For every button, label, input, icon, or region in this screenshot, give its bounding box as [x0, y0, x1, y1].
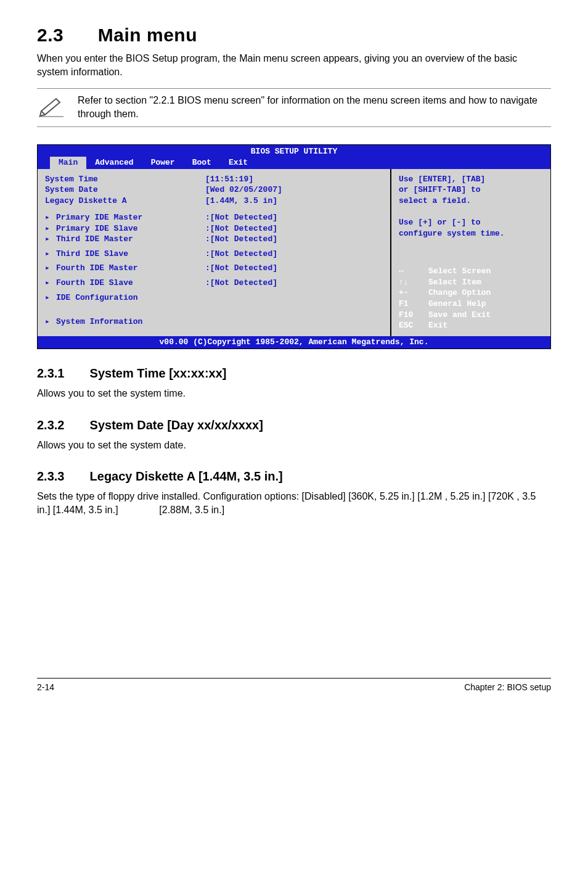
bios-footer: v00.00 (C)Copyright 1985-2002, American … — [38, 336, 550, 349]
subsection-body: Sets the type of floppy drive installed.… — [37, 490, 551, 518]
bios-tabs: Main Advanced Power Boot Exit — [38, 157, 550, 169]
submenu-arrow-icon: ▸ — [45, 234, 56, 245]
section-number: 2.3 — [37, 25, 92, 46]
section-title: Main menu — [98, 25, 197, 45]
submenu-arrow-icon: ▸ — [45, 263, 56, 274]
submenu-arrow-icon: ▸ — [45, 223, 56, 234]
bios-tab-exit[interactable]: Exit — [220, 157, 256, 169]
bios-label: ▸Third IDE Master — [45, 234, 205, 245]
bios-menubar: BIOS SETUP UTILITY Main Advanced Power B… — [38, 145, 550, 169]
bios-label-text: Primary IDE Slave — [56, 224, 138, 233]
bios-label: ▸Primary IDE Slave — [45, 223, 205, 234]
help-key-desc: Select Screen — [428, 266, 491, 277]
subsection-number: 2.3.2 — [37, 418, 86, 432]
bios-tab-boot[interactable]: Boot — [184, 157, 220, 169]
bios-value: [Wed 02/05/2007] — [205, 184, 282, 196]
section-heading: 2.3 Main menu — [37, 25, 551, 46]
submenu-arrow-icon: ▸ — [45, 316, 56, 328]
help-key-desc: Select Item — [428, 277, 481, 288]
note-block: Refer to section "2.2.1 BIOS menu screen… — [37, 88, 551, 127]
section-intro: When you enter the BIOS Setup program, t… — [37, 52, 551, 80]
subsection-body: Allows you to set the system time. — [37, 387, 551, 400]
chapter-label: Chapter 2: BIOS setup — [464, 682, 551, 692]
bios-label: System Time — [45, 174, 205, 185]
bios-row-legacy-diskette[interactable]: Legacy Diskette A [1.44M, 3.5 in] — [45, 196, 383, 207]
bios-tab-advanced[interactable]: Advanced — [86, 157, 142, 169]
help-key: ↑↓ — [399, 277, 428, 288]
subsection-title: Legacy Diskette A [1.44M, 3.5 in.] — [90, 469, 283, 483]
bios-row-system-date[interactable]: System Date [Wed 02/05/2007] — [45, 184, 383, 196]
bios-label: ▸System Information — [45, 316, 205, 328]
bios-label: System Date — [45, 184, 205, 196]
help-key: F10 — [399, 310, 428, 321]
bios-value: :[Not Detected] — [205, 234, 277, 245]
bios-value: :[Not Detected] — [205, 278, 277, 289]
help-key: ESC — [399, 320, 428, 331]
bios-title: BIOS SETUP UTILITY — [38, 145, 550, 157]
bios-help-line: configure system time. — [399, 228, 543, 239]
bios-tab-main[interactable]: Main — [50, 157, 86, 169]
bios-row-fourth-ide-master[interactable]: ▸Fourth IDE Master :[Not Detected] — [45, 263, 383, 274]
bios-row-system-time[interactable]: System Time [11:51:19] — [45, 174, 383, 185]
bios-row-primary-ide-master[interactable]: ▸Primary IDE Master :[Not Detected] — [45, 212, 383, 223]
bios-help-line: Use [+] or [-] to — [399, 217, 543, 228]
bios-row-third-ide-master[interactable]: ▸Third IDE Master :[Not Detected] — [45, 234, 383, 245]
bios-key-help: ↔Select Screen ↑↓Select Item +-Change Op… — [399, 266, 543, 331]
subsection-heading: 2.3.3 Legacy Diskette A [1.44M, 3.5 in.] — [37, 469, 551, 484]
help-key-desc: Change Option — [428, 287, 491, 299]
bios-value: [1.44M, 3.5 in] — [205, 196, 277, 207]
bios-body: System Time [11:51:19] System Date [Wed … — [38, 169, 550, 336]
bios-help-line: select a field. — [399, 196, 543, 207]
subsection-body: Allows you to set the system date. — [37, 439, 551, 452]
bios-label: ▸Fourth IDE Slave — [45, 278, 205, 289]
help-key: F1 — [399, 299, 428, 310]
help-key-desc: Exit — [428, 320, 447, 331]
bios-label-text: Fourth IDE Slave — [56, 278, 133, 287]
subsection-title: System Time [xx:xx:xx] — [90, 366, 227, 380]
note-text: Refer to section "2.2.1 BIOS menu screen… — [78, 94, 551, 122]
bios-value: [11:51:19] — [205, 174, 253, 185]
bios-label-text: System Information — [56, 317, 142, 326]
help-key-desc: Save and Exit — [428, 310, 491, 321]
bios-label: ▸Third IDE Slave — [45, 249, 205, 260]
page-number: 2-14 — [37, 682, 54, 692]
subsection-title: System Date [Day xx/xx/xxxx] — [90, 418, 263, 432]
bios-label: ▸Primary IDE Master — [45, 212, 205, 223]
bios-value: :[Not Detected] — [205, 263, 277, 274]
help-key: ↔ — [399, 266, 428, 277]
help-key: +- — [399, 287, 428, 299]
pencil-note-icon — [37, 94, 65, 117]
bios-left-pane: System Time [11:51:19] System Date [Wed … — [38, 169, 390, 336]
bios-label: ▸IDE Configuration — [45, 292, 205, 303]
bios-tab-power[interactable]: Power — [142, 157, 184, 169]
bios-label-text: Primary IDE Master — [56, 213, 142, 222]
bios-help-pane: Use [ENTER], [TAB] or [SHIFT-TAB] to sel… — [390, 169, 550, 336]
page-footer: 2-14 Chapter 2: BIOS setup — [37, 678, 551, 692]
submenu-arrow-icon: ▸ — [45, 249, 56, 260]
subsection-number: 2.3.3 — [37, 469, 86, 484]
bios-row-primary-ide-slave[interactable]: ▸Primary IDE Slave :[Not Detected] — [45, 223, 383, 234]
bios-label-text: Third IDE Master — [56, 234, 133, 244]
submenu-arrow-icon: ▸ — [45, 212, 56, 223]
bios-label: ▸Fourth IDE Master — [45, 263, 205, 274]
bios-help-line: Use [ENTER], [TAB] — [399, 174, 543, 185]
bios-row-third-ide-slave[interactable]: ▸Third IDE Slave :[Not Detected] — [45, 249, 383, 260]
bios-value: :[Not Detected] — [205, 212, 277, 223]
bios-label-text: IDE Configuration — [56, 293, 138, 302]
bios-row-ide-configuration[interactable]: ▸IDE Configuration — [45, 292, 383, 303]
subsection-number: 2.3.1 — [37, 366, 86, 381]
bios-label-text: Third IDE Slave — [56, 249, 128, 258]
subsection-heading: 2.3.1 System Time [xx:xx:xx] — [37, 366, 551, 381]
bios-value: :[Not Detected] — [205, 223, 277, 234]
submenu-arrow-icon: ▸ — [45, 278, 56, 289]
bios-help-line: or [SHIFT-TAB] to — [399, 184, 543, 196]
submenu-arrow-icon: ▸ — [45, 292, 56, 303]
bios-row-fourth-ide-slave[interactable]: ▸Fourth IDE Slave :[Not Detected] — [45, 278, 383, 289]
bios-label: Legacy Diskette A — [45, 196, 205, 207]
bios-label-text: Fourth IDE Master — [56, 263, 138, 273]
bios-row-system-information[interactable]: ▸System Information — [45, 316, 383, 328]
bios-value: :[Not Detected] — [205, 249, 277, 260]
bios-screenshot: BIOS SETUP UTILITY Main Advanced Power B… — [37, 144, 551, 350]
subsection-heading: 2.3.2 System Date [Day xx/xx/xxxx] — [37, 418, 551, 432]
help-key-desc: General Help — [428, 299, 486, 310]
